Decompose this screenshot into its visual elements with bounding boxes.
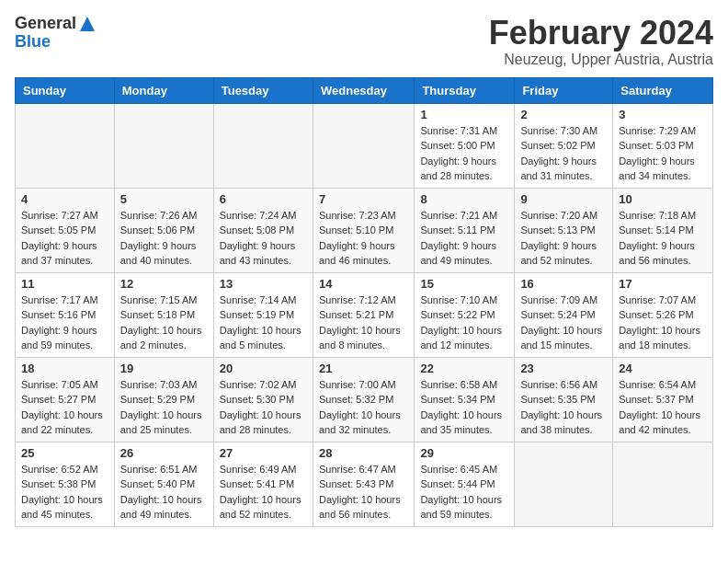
calendar-cell xyxy=(114,103,213,188)
day-info: Sunrise: 7:14 AMSunset: 5:19 PMDaylight:… xyxy=(220,293,307,353)
day-info: Sunrise: 7:27 AMSunset: 5:05 PMDaylight:… xyxy=(21,208,108,269)
col-thursday: Thursday xyxy=(415,77,515,103)
calendar-week-2: 4Sunrise: 7:27 AMSunset: 5:05 PMDaylight… xyxy=(16,188,713,272)
day-number: 26 xyxy=(120,446,208,460)
day-info: Sunrise: 7:21 AMSunset: 5:11 PMDaylight:… xyxy=(420,208,508,269)
day-info: Sunrise: 6:54 AMSunset: 5:37 PMDaylight:… xyxy=(619,377,707,438)
day-info: Sunrise: 7:07 AMSunset: 5:26 PMDaylight:… xyxy=(619,293,707,353)
calendar-cell: 8Sunrise: 7:21 AMSunset: 5:11 PMDaylight… xyxy=(415,188,515,272)
col-monday: Monday xyxy=(114,77,213,103)
day-number: 21 xyxy=(319,362,408,375)
day-number: 12 xyxy=(120,277,208,291)
day-number: 17 xyxy=(619,277,707,291)
day-info: Sunrise: 7:18 AMSunset: 5:14 PMDaylight:… xyxy=(619,208,707,269)
calendar-cell: 9Sunrise: 7:20 AMSunset: 5:13 PMDaylight… xyxy=(515,188,613,272)
calendar-cell: 18Sunrise: 7:05 AMSunset: 5:27 PMDayligh… xyxy=(16,357,115,442)
day-info: Sunrise: 6:51 AMSunset: 5:40 PMDaylight:… xyxy=(120,462,208,523)
logo: General Blue xyxy=(15,15,97,52)
day-number: 3 xyxy=(619,108,707,121)
calendar-cell xyxy=(313,103,414,188)
calendar-cell: 1Sunrise: 7:31 AMSunset: 5:00 PMDaylight… xyxy=(415,103,515,188)
calendar-cell xyxy=(613,442,713,526)
calendar-week-1: 1Sunrise: 7:31 AMSunset: 5:00 PMDaylight… xyxy=(16,103,713,188)
calendar-cell: 14Sunrise: 7:12 AMSunset: 5:21 PMDayligh… xyxy=(313,272,414,357)
day-number: 23 xyxy=(520,362,607,375)
calendar-cell xyxy=(515,442,613,526)
day-number: 11 xyxy=(21,277,108,291)
col-friday: Friday xyxy=(515,77,613,103)
day-number: 4 xyxy=(21,192,108,206)
col-saturday: Saturday xyxy=(613,77,713,103)
calendar-cell: 28Sunrise: 6:47 AMSunset: 5:43 PMDayligh… xyxy=(313,442,414,526)
day-number: 16 xyxy=(520,277,607,291)
day-number: 9 xyxy=(520,192,607,206)
day-number: 29 xyxy=(420,446,508,460)
calendar-cell: 19Sunrise: 7:03 AMSunset: 5:29 PMDayligh… xyxy=(114,357,213,442)
day-info: Sunrise: 7:12 AMSunset: 5:21 PMDaylight:… xyxy=(319,293,408,353)
day-number: 7 xyxy=(319,192,408,206)
day-info: Sunrise: 6:47 AMSunset: 5:43 PMDaylight:… xyxy=(319,462,408,523)
day-info: Sunrise: 7:03 AMSunset: 5:29 PMDaylight:… xyxy=(120,377,208,438)
calendar-cell xyxy=(16,103,115,188)
day-info: Sunrise: 7:23 AMSunset: 5:10 PMDaylight:… xyxy=(319,208,408,269)
calendar-cell: 5Sunrise: 7:26 AMSunset: 5:06 PMDaylight… xyxy=(114,188,213,272)
day-info: Sunrise: 7:10 AMSunset: 5:22 PMDaylight:… xyxy=(420,293,508,353)
calendar-table: Sunday Monday Tuesday Wednesday Thursday… xyxy=(15,77,713,527)
day-info: Sunrise: 7:15 AMSunset: 5:18 PMDaylight:… xyxy=(120,293,208,353)
calendar-cell: 10Sunrise: 7:18 AMSunset: 5:14 PMDayligh… xyxy=(613,188,713,272)
day-number: 14 xyxy=(319,277,408,291)
calendar-cell: 23Sunrise: 6:56 AMSunset: 5:35 PMDayligh… xyxy=(515,357,613,442)
day-number: 24 xyxy=(619,362,707,375)
col-sunday: Sunday xyxy=(16,77,115,103)
day-number: 27 xyxy=(220,446,307,460)
calendar-cell: 2Sunrise: 7:30 AMSunset: 5:02 PMDaylight… xyxy=(515,103,613,188)
day-info: Sunrise: 7:17 AMSunset: 5:16 PMDaylight:… xyxy=(21,293,108,353)
day-info: Sunrise: 6:49 AMSunset: 5:41 PMDaylight:… xyxy=(220,462,307,523)
calendar-cell: 26Sunrise: 6:51 AMSunset: 5:40 PMDayligh… xyxy=(114,442,213,526)
title-section: February 2024 Neuzeug, Upper Austria, Au… xyxy=(489,15,713,68)
svg-marker-0 xyxy=(80,17,95,31)
logo-icon xyxy=(78,15,97,33)
day-info: Sunrise: 7:26 AMSunset: 5:06 PMDaylight:… xyxy=(120,208,208,269)
calendar-cell: 20Sunrise: 7:02 AMSunset: 5:30 PMDayligh… xyxy=(213,357,313,442)
calendar-cell: 4Sunrise: 7:27 AMSunset: 5:05 PMDaylight… xyxy=(16,188,115,272)
day-info: Sunrise: 7:24 AMSunset: 5:08 PMDaylight:… xyxy=(220,208,307,269)
day-number: 5 xyxy=(120,192,208,206)
day-number: 20 xyxy=(220,362,307,375)
day-info: Sunrise: 7:29 AMSunset: 5:03 PMDaylight:… xyxy=(619,123,707,184)
calendar-cell xyxy=(213,103,313,188)
calendar-cell: 25Sunrise: 6:52 AMSunset: 5:38 PMDayligh… xyxy=(16,442,115,526)
calendar-cell: 11Sunrise: 7:17 AMSunset: 5:16 PMDayligh… xyxy=(16,272,115,357)
day-number: 1 xyxy=(420,108,508,121)
calendar-cell: 22Sunrise: 6:58 AMSunset: 5:34 PMDayligh… xyxy=(415,357,515,442)
day-info: Sunrise: 7:09 AMSunset: 5:24 PMDaylight:… xyxy=(520,293,607,353)
calendar-cell: 29Sunrise: 6:45 AMSunset: 5:44 PMDayligh… xyxy=(415,442,515,526)
day-info: Sunrise: 7:20 AMSunset: 5:13 PMDaylight:… xyxy=(520,208,607,269)
calendar-cell: 6Sunrise: 7:24 AMSunset: 5:08 PMDaylight… xyxy=(213,188,313,272)
day-number: 22 xyxy=(420,362,508,375)
col-tuesday: Tuesday xyxy=(213,77,313,103)
day-info: Sunrise: 7:00 AMSunset: 5:32 PMDaylight:… xyxy=(319,377,408,438)
day-number: 18 xyxy=(21,362,108,375)
calendar-header-row: Sunday Monday Tuesday Wednesday Thursday… xyxy=(16,77,713,103)
calendar-cell: 24Sunrise: 6:54 AMSunset: 5:37 PMDayligh… xyxy=(613,357,713,442)
day-number: 6 xyxy=(220,192,307,206)
day-number: 13 xyxy=(220,277,307,291)
col-wednesday: Wednesday xyxy=(313,77,414,103)
day-info: Sunrise: 6:45 AMSunset: 5:44 PMDaylight:… xyxy=(420,462,508,523)
day-number: 28 xyxy=(319,446,408,460)
day-number: 8 xyxy=(420,192,508,206)
calendar-cell: 13Sunrise: 7:14 AMSunset: 5:19 PMDayligh… xyxy=(213,272,313,357)
calendar-cell: 16Sunrise: 7:09 AMSunset: 5:24 PMDayligh… xyxy=(515,272,613,357)
calendar-week-4: 18Sunrise: 7:05 AMSunset: 5:27 PMDayligh… xyxy=(16,357,713,442)
logo-general-text: General xyxy=(15,15,76,33)
calendar-cell: 27Sunrise: 6:49 AMSunset: 5:41 PMDayligh… xyxy=(213,442,313,526)
page-header: General Blue February 2024 Neuzeug, Uppe… xyxy=(15,15,713,68)
calendar-cell: 15Sunrise: 7:10 AMSunset: 5:22 PMDayligh… xyxy=(415,272,515,357)
day-info: Sunrise: 6:56 AMSunset: 5:35 PMDaylight:… xyxy=(520,377,607,438)
calendar-cell: 21Sunrise: 7:00 AMSunset: 5:32 PMDayligh… xyxy=(313,357,414,442)
calendar-week-3: 11Sunrise: 7:17 AMSunset: 5:16 PMDayligh… xyxy=(16,272,713,357)
day-info: Sunrise: 7:31 AMSunset: 5:00 PMDaylight:… xyxy=(420,123,508,184)
day-number: 10 xyxy=(619,192,707,206)
day-info: Sunrise: 6:58 AMSunset: 5:34 PMDaylight:… xyxy=(420,377,508,438)
